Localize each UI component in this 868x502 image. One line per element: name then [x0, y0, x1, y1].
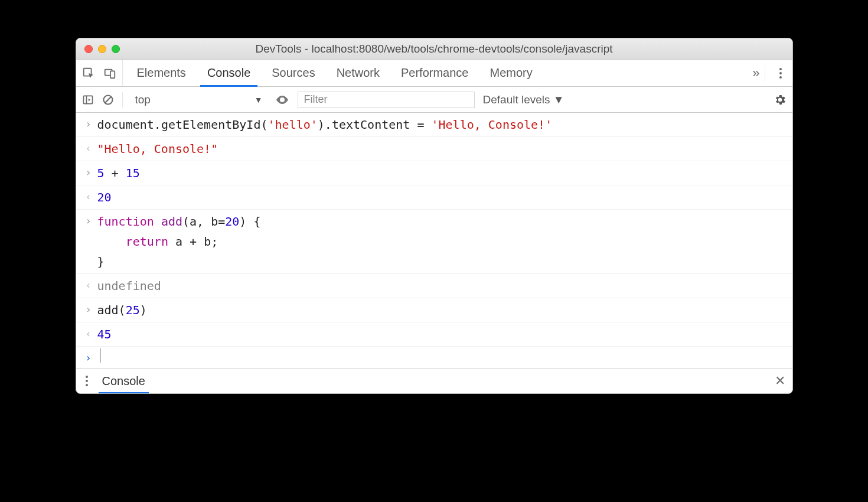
input-marker-icon: ›: [82, 211, 95, 230]
code-text: 5 + 15: [95, 163, 140, 183]
output-marker-icon: ‹: [82, 139, 95, 157]
output-marker-icon: ‹: [82, 276, 95, 294]
filter-input[interactable]: Filter: [298, 92, 475, 108]
svg-point-8: [281, 99, 283, 101]
code-text: 45: [95, 324, 112, 344]
context-label: top: [135, 93, 151, 106]
window-title: DevTools - localhost:8080/web/tools/chro…: [76, 43, 792, 56]
code-text: function add(a, b=20) { return a + b; }: [95, 211, 261, 272]
levels-label: Default levels ▼: [483, 93, 564, 106]
console-input-row: ›5 + 15: [76, 161, 792, 185]
tab-bar: ElementsConsoleSourcesNetworkPerformance…: [76, 60, 792, 87]
console-prompt-row[interactable]: ›: [76, 347, 792, 369]
divider: [765, 64, 765, 82]
console-input-row: ›add(25): [76, 298, 792, 322]
code-text: undefined: [95, 276, 161, 296]
filter-placeholder: Filter: [304, 93, 328, 106]
close-window-button[interactable]: [84, 45, 93, 53]
drawer-tab-label: Console: [102, 374, 145, 388]
svg-marker-5: [88, 98, 90, 101]
console-input-row: ›document.getElementById('hello').textCo…: [76, 113, 792, 137]
sidebar-toggle-icon[interactable]: [82, 94, 94, 106]
code-text: document.getElementById('hello').textCon…: [95, 115, 553, 135]
svg-rect-2: [110, 71, 114, 78]
input-marker-icon: ›: [82, 300, 95, 318]
device-toolbar-icon[interactable]: [103, 67, 116, 80]
drawer-tab-console[interactable]: Console: [100, 369, 148, 393]
tabs-overflow-button[interactable]: »: [752, 60, 761, 86]
inspect-element-icon[interactable]: [82, 67, 95, 80]
clear-console-icon[interactable]: [102, 94, 114, 106]
drawer-more-button[interactable]: [83, 376, 90, 386]
console-output-row: ‹"Hello, Console!": [76, 137, 792, 161]
tab-list: ElementsConsoleSourcesNetworkPerformance…: [123, 60, 753, 86]
live-expression-icon[interactable]: [275, 93, 289, 107]
drawer: Console ✕: [76, 369, 792, 393]
more-options-button[interactable]: [777, 68, 784, 79]
titlebar: DevTools - localhost:8080/web/tools/chro…: [76, 38, 792, 60]
console-input-row: ›function add(a, b=20) { return a + b; }: [76, 210, 792, 274]
input-marker-icon: ›: [82, 163, 95, 181]
tab-sources[interactable]: Sources: [261, 60, 325, 86]
window-controls: [76, 45, 120, 53]
console-input[interactable]: [95, 348, 100, 363]
chevron-down-icon: ▼: [254, 95, 263, 105]
console-output-row: ‹20: [76, 185, 792, 210]
divider: [122, 92, 123, 107]
console-output-row: ‹45: [76, 322, 792, 347]
svg-line-7: [105, 97, 111, 103]
console-toolbar: top ▼ Filter Default levels ▼: [76, 87, 792, 113]
code-text: add(25): [95, 300, 147, 320]
context-selector[interactable]: top ▼: [131, 92, 267, 108]
tab-elements[interactable]: Elements: [126, 60, 197, 86]
console-settings-icon[interactable]: [774, 93, 787, 106]
drawer-close-icon[interactable]: ✕: [775, 373, 785, 389]
devtools-window: DevTools - localhost:8080/web/tools/chro…: [76, 38, 793, 394]
text-caret: [100, 348, 100, 363]
minimize-window-button[interactable]: [98, 45, 106, 53]
log-levels-selector[interactable]: Default levels ▼: [483, 93, 564, 106]
output-marker-icon: ‹: [82, 187, 95, 206]
zoom-window-button[interactable]: [112, 45, 120, 53]
tab-network[interactable]: Network: [326, 60, 390, 86]
prompt-marker-icon: ›: [82, 348, 95, 367]
code-text: 20: [95, 187, 112, 207]
tab-bar-right: [769, 60, 792, 86]
tab-bar-left: [76, 60, 123, 86]
output-marker-icon: ‹: [82, 324, 95, 343]
svg-rect-3: [83, 96, 92, 103]
tab-performance[interactable]: Performance: [390, 60, 479, 86]
tab-console[interactable]: Console: [197, 60, 261, 86]
input-marker-icon: ›: [82, 115, 95, 133]
tab-memory[interactable]: Memory: [479, 60, 543, 86]
console-output-row: ‹undefined: [76, 274, 792, 298]
console-output: ›document.getElementById('hello').textCo…: [76, 113, 792, 369]
code-text: "Hello, Console!": [95, 139, 218, 159]
